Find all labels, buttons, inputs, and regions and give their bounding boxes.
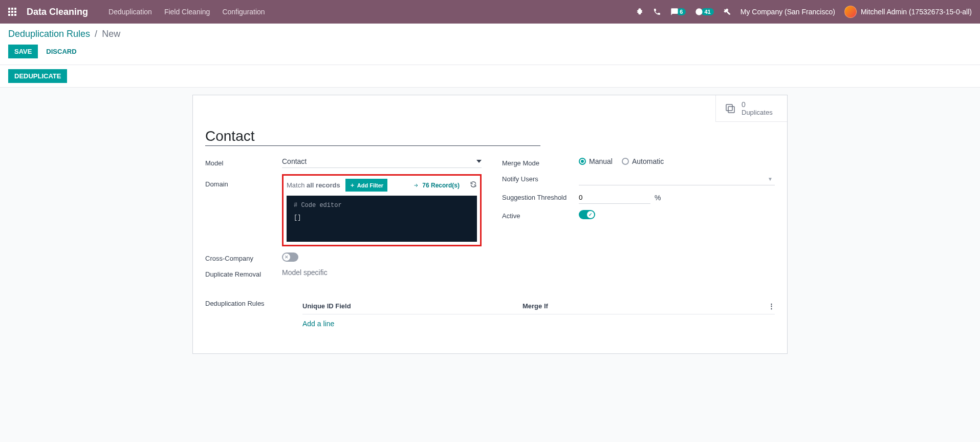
form-sheet: 0 Duplicates Contact Model Contact (192, 95, 788, 354)
bug-icon[interactable] (636, 8, 644, 16)
radio-automatic[interactable]: Automatic (622, 157, 664, 165)
domain-label: Domain (205, 178, 282, 188)
stat-text: 0 Duplicates (742, 100, 773, 116)
right-column: Merge Mode Manual Automatic (502, 157, 775, 284)
phone-icon[interactable] (653, 8, 661, 16)
breadcrumb: Deduplication Rules / New (8, 29, 972, 39)
form-columns: Model Contact Domain Match all r (205, 157, 775, 284)
arrow-right-icon (413, 182, 419, 188)
active-label: Active (502, 210, 579, 220)
model-field[interactable]: Contact (282, 157, 482, 168)
duplicates-stat-button[interactable]: 0 Duplicates (715, 95, 787, 122)
status-bar: Deduplicate (0, 65, 980, 88)
save-button[interactable]: Save (8, 45, 38, 58)
col-unique-header: Unique ID Field (302, 302, 522, 310)
model-label: Model (205, 157, 282, 167)
records-link[interactable]: 76 Record(s) (413, 182, 460, 189)
refresh-icon[interactable] (470, 181, 477, 190)
active-row: Active ✓ (502, 210, 775, 220)
discard-button[interactable]: Discard (40, 45, 82, 58)
top-navbar: Data Cleaning Deduplication Field Cleani… (0, 0, 980, 24)
tools-icon[interactable] (723, 8, 731, 16)
add-filter-button[interactable]: ＋ Add Filter (345, 179, 387, 192)
rules-table-body: Add a line (302, 314, 775, 333)
messages-button[interactable]: 6 (670, 8, 686, 16)
breadcrumb-separator: / (95, 29, 97, 39)
cross-company-row: Cross-Company ✕ (205, 252, 482, 262)
copy-icon (724, 102, 736, 115)
col-menu-kebab[interactable]: ⋮ (759, 302, 775, 310)
threshold-row: Suggestion Threshold % (502, 192, 775, 204)
app-title[interactable]: Data Cleaning (27, 7, 88, 17)
model-field-row: Model Contact (205, 157, 482, 168)
svg-rect-0 (728, 107, 734, 113)
radio-circle (622, 158, 629, 165)
clock-icon (695, 8, 703, 16)
threshold-suffix: % (655, 194, 661, 202)
control-bar: Deduplication Rules / New Save Discard (0, 24, 980, 65)
navbar-right: 6 41 My Company (San Francisco) Mitchell… (636, 6, 972, 18)
svg-rect-1 (726, 104, 732, 111)
nav-item-deduplication[interactable]: Deduplication (108, 8, 152, 16)
form-wrapper: 0 Duplicates Contact Model Contact (0, 88, 980, 354)
left-column: Model Contact Domain Match all r (205, 157, 482, 284)
avatar (844, 6, 857, 18)
company-switcher[interactable]: My Company (San Francisco) (741, 8, 835, 16)
user-menu[interactable]: Mitchell Admin (17532673-15-0-all) (844, 6, 972, 18)
add-line-link[interactable]: Add a line (302, 320, 334, 328)
notify-users-label: Notify Users (502, 173, 579, 183)
model-value: Contact (282, 157, 476, 165)
notify-users-row: Notify Users ▼ (502, 173, 775, 185)
duplicates-count: 0 (742, 100, 773, 109)
duplicate-removal-row: Duplicate Removal Model specific (205, 268, 482, 278)
cross-company-label: Cross-Company (205, 252, 282, 262)
notify-users-input[interactable] (579, 173, 775, 185)
radio-manual[interactable]: Manual (579, 157, 613, 165)
nav-menu: Deduplication Field Cleaning Configurati… (108, 8, 265, 16)
breadcrumb-current: New (102, 29, 120, 39)
nav-item-field-cleaning[interactable]: Field Cleaning (164, 8, 210, 16)
threshold-label: Suggestion Threshold (502, 192, 579, 201)
cross-company-toggle[interactable]: ✕ (282, 252, 298, 262)
code-body: [] (294, 214, 470, 221)
toggle-knob: ✕ (283, 254, 290, 261)
duplicates-label: Duplicates (742, 109, 773, 116)
apps-menu-icon[interactable] (8, 8, 16, 16)
breadcrumb-parent[interactable]: Deduplication Rules (8, 29, 90, 39)
nav-item-configuration[interactable]: Configuration (222, 8, 265, 16)
sheet-body: Contact Model Contact Doma (193, 95, 787, 353)
duplicate-removal-value: Model specific (282, 268, 328, 277)
merge-mode-row: Merge Mode Manual Automatic (502, 157, 775, 167)
merge-mode-label: Merge Mode (502, 157, 579, 167)
domain-match-text: Match all records (287, 181, 340, 189)
active-toggle[interactable]: ✓ (579, 210, 595, 219)
activities-button[interactable]: 41 (695, 8, 713, 16)
deduplicate-button[interactable]: Deduplicate (8, 69, 67, 83)
user-name: Mitchell Admin (17532673-15-0-all) (861, 8, 972, 16)
chat-icon (670, 8, 679, 16)
plus-icon: ＋ (350, 181, 355, 189)
radio-circle-checked (579, 158, 586, 165)
merge-mode-radios: Manual Automatic (579, 157, 664, 165)
col-merge-header: Merge If (522, 302, 759, 310)
navbar-left: Data Cleaning Deduplication Field Cleani… (8, 7, 265, 17)
caret-down-icon: ▼ (768, 176, 773, 182)
record-title[interactable]: Contact (205, 128, 540, 146)
threshold-input[interactable] (579, 192, 650, 204)
domain-box: Match all records ＋ Add Filter 76 Record… (282, 174, 482, 246)
rules-table: Unique ID Field Merge If ⋮ Add a line (302, 298, 775, 333)
domain-summary: Match all records ＋ Add Filter 76 Record… (287, 179, 477, 192)
duplicate-removal-label: Duplicate Removal (205, 268, 282, 278)
toggle-knob: ✓ (587, 211, 594, 218)
code-editor[interactable]: # Code editor [] (287, 196, 477, 242)
rules-table-header: Unique ID Field Merge If ⋮ (302, 298, 775, 314)
domain-field-row: Domain Match all records ＋ Add Filter (205, 174, 482, 246)
caret-down-icon (476, 160, 482, 163)
code-comment: # Code editor (294, 202, 470, 209)
